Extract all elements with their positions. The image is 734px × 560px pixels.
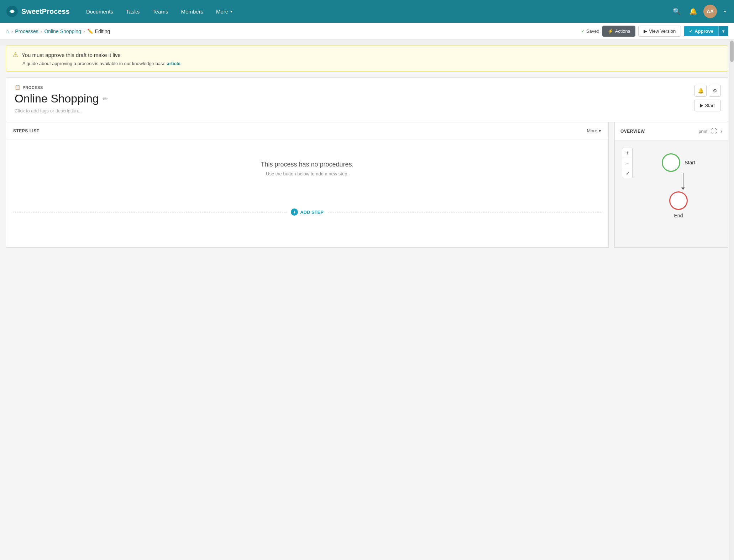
flash-icon: ⚡: [608, 28, 613, 34]
breadcrumb-editing: ✏️ Editing: [87, 28, 110, 34]
end-circle: [669, 191, 688, 210]
nav-tasks[interactable]: Tasks: [120, 6, 145, 17]
breadcrumb-sep-1: ›: [11, 28, 13, 34]
flow-arrow: [681, 173, 685, 190]
breadcrumb-page[interactable]: Online Shopping: [44, 28, 81, 34]
breadcrumb-processes[interactable]: Processes: [15, 28, 38, 34]
overview-panel: OVERVIEW print ⛶ › + − ⤢ S: [614, 122, 728, 248]
avatar-dropdown-icon[interactable]: ▾: [722, 7, 728, 16]
steps-empty-sub: Use the button below to add a new step.: [13, 171, 601, 176]
bell-small-icon: 🔔: [698, 88, 704, 94]
process-header-actions: 🔔 ⚙ Start: [694, 85, 721, 111]
svg-point-1: [10, 10, 14, 13]
steps-more-button[interactable]: More ▾: [587, 128, 601, 133]
steps-empty-state: This process has no procedures. Use the …: [6, 139, 608, 208]
overview-title: OVERVIEW: [620, 129, 645, 134]
start-triangle-icon: [700, 104, 703, 107]
start-button[interactable]: Start: [694, 100, 721, 111]
approve-split-button: ✓ Approve ▾: [684, 26, 728, 36]
scrollbar[interactable]: [729, 40, 734, 560]
alert-title: ⚠ You must approve this draft to make it…: [12, 51, 722, 59]
approve-button[interactable]: ✓ Approve: [684, 26, 718, 36]
process-type-label: 📋 PROCESS: [15, 85, 719, 90]
flow-diagram: Start End: [620, 146, 722, 218]
saved-status: ✓ Saved: [581, 28, 599, 34]
home-icon[interactable]: ⌂: [6, 28, 9, 35]
approve-caret-icon: ▾: [722, 28, 725, 34]
end-label: End: [674, 213, 683, 218]
title-edit-icon[interactable]: ✏: [103, 95, 108, 103]
breadcrumb-sep-3: ›: [83, 28, 85, 34]
view-version-button[interactable]: ▶ View Version: [638, 26, 681, 37]
top-navigation: SweetProcess Documents Tasks Teams Membe…: [0, 0, 734, 23]
zoom-controls: + − ⤢: [622, 148, 633, 178]
breadcrumb: ⌂ › Processes › Online Shopping › ✏️ Edi…: [6, 28, 110, 35]
print-button[interactable]: print: [698, 129, 707, 134]
avatar[interactable]: AA: [703, 5, 717, 18]
steps-empty-title: This process has no procedures.: [13, 161, 601, 168]
dashed-line-right: [328, 212, 601, 212]
process-title: Online Shopping ✏: [15, 92, 719, 105]
sliders-icon: ⚙: [713, 88, 717, 94]
nav-more[interactable]: More ▾: [210, 6, 238, 17]
search-icon[interactable]: 🔍: [671, 5, 683, 17]
actions-button[interactable]: ⚡ Actions: [602, 26, 636, 37]
alert-article-link[interactable]: article: [167, 61, 180, 66]
logo[interactable]: SweetProcess: [6, 5, 70, 18]
zoom-in-button[interactable]: +: [622, 148, 633, 158]
alert-banner: ⚠ You must approve this draft to make it…: [6, 46, 728, 72]
logo-icon: [6, 5, 19, 18]
process-icon-buttons: 🔔 ⚙: [694, 85, 721, 97]
process-header: 🔔 ⚙ Start 📋 PROCESS Online Shopping ✏ Cl…: [6, 77, 728, 122]
bottom-section: STEPS LIST More ▾ This process has no pr…: [6, 122, 728, 248]
add-step-row: + ADD STEP: [6, 208, 608, 226]
notification-bell-button[interactable]: 🔔: [694, 85, 707, 97]
main-content: ⚠ You must approve this draft to make it…: [0, 46, 734, 560]
plus-circle-icon: +: [291, 208, 298, 216]
checkmark-icon: ✓: [689, 28, 693, 34]
overview-header: OVERVIEW print ⛶ ›: [615, 122, 728, 141]
dashed-line-left: [13, 212, 287, 212]
overview-header-actions: print ⛶ ›: [698, 128, 722, 134]
start-circle: [662, 153, 680, 172]
process-description[interactable]: Click to add tags or description...: [15, 108, 719, 113]
nav-items: Documents Tasks Teams Members More ▾: [80, 6, 671, 17]
expand-icon[interactable]: ⛶: [711, 128, 717, 134]
process-label-icon: 📋: [15, 85, 21, 90]
warning-icon: ⚠: [12, 51, 18, 59]
chevron-right-icon[interactable]: ›: [720, 128, 722, 134]
arrow-line: [683, 173, 683, 187]
nav-right-actions: 🔍 🔔 AA ▾: [671, 5, 728, 18]
nav-documents[interactable]: Documents: [80, 6, 119, 17]
breadcrumb-bar: ⌂ › Processes › Online Shopping › ✏️ Edi…: [0, 23, 734, 40]
steps-list-header: STEPS LIST More ▾: [6, 122, 608, 139]
settings-icon-button[interactable]: ⚙: [709, 85, 721, 97]
zoom-out-button[interactable]: −: [622, 158, 633, 168]
overview-diagram: + − ⤢ Start: [615, 141, 728, 247]
breadcrumb-sep-2: ›: [41, 28, 42, 34]
nav-more-caret-icon: ▾: [230, 9, 232, 14]
breadcrumb-actions: ✓ Saved ⚡ Actions ▶ View Version ✓ Appro…: [581, 26, 728, 37]
play-icon: ▶: [644, 28, 647, 34]
approve-dropdown-button[interactable]: ▾: [718, 26, 728, 36]
bell-icon[interactable]: 🔔: [687, 5, 699, 17]
nav-members[interactable]: Members: [175, 6, 209, 17]
logo-text: SweetProcess: [21, 7, 70, 16]
zoom-fit-button[interactable]: ⤢: [622, 168, 633, 178]
nav-teams[interactable]: Teams: [147, 6, 174, 17]
steps-list-panel: STEPS LIST More ▾ This process has no pr…: [6, 122, 609, 248]
add-step-button[interactable]: + ADD STEP: [287, 208, 328, 216]
scrollbar-thumb[interactable]: [730, 41, 734, 62]
start-label: Start: [685, 160, 695, 165]
steps-list-title: STEPS LIST: [13, 128, 40, 133]
arrow-head-icon: [681, 187, 685, 190]
alert-body: A guide about approving a process is ava…: [12, 61, 722, 66]
more-chevron-icon: ▾: [599, 128, 601, 133]
flow-end-node: [669, 191, 688, 210]
flow-start-node: Start: [662, 153, 695, 172]
